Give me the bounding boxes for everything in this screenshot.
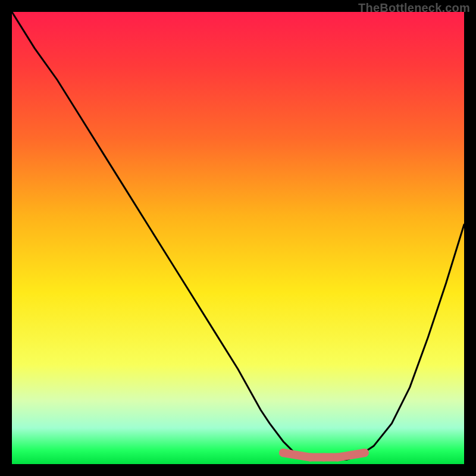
optimal-range-dot [320,453,328,462]
optimal-range-markers [279,449,369,462]
chart-svg [12,12,464,464]
optimal-range-dot [347,451,355,459]
optimal-range-dot [306,453,315,462]
bottleneck-curve [12,12,464,459]
optimal-range-dot [293,451,301,459]
optimal-range-dot [333,453,342,462]
chart-frame: TheBottleneck.com [0,0,476,476]
plot-area [12,12,464,464]
optimal-range-dot [361,449,369,457]
optimal-range-dot [279,449,287,457]
